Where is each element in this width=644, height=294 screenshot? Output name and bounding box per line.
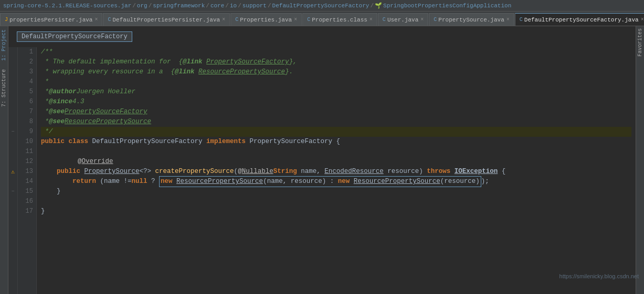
close-tab-dpp[interactable]: × xyxy=(222,17,225,23)
tab-icon-dpp: C xyxy=(108,17,111,23)
breadcrumb-app[interactable]: SpringbootPropertiesConfigApplication xyxy=(383,3,511,9)
gutter-6 xyxy=(8,97,17,107)
gutter-11 xyxy=(8,147,17,157)
tab-default-factory[interactable]: C DefaultPropertySourceFactory.java × xyxy=(515,13,644,26)
tab-properties-persister[interactable]: J propertiesPersister.java × xyxy=(0,13,102,26)
tab-bar: J propertiesPersister.java × C DefaultPr… xyxy=(0,12,644,26)
breadcrumb-springframework[interactable]: springframework xyxy=(153,3,205,9)
tab-icon-ps: C xyxy=(434,17,437,23)
gutter-area: − ⚠ − xyxy=(8,47,18,294)
fold-icon-javadoc: − xyxy=(11,129,14,135)
breadcrumb-jar[interactable]: spring-core-5.2.1.RELEASE-sources.jar xyxy=(3,3,131,9)
gutter-15[interactable]: − xyxy=(8,187,17,197)
left-sidebar: 1: Project 7: Structure xyxy=(0,26,8,294)
line-numbers: 1 2 3 4 5 6 7 8 9 10 11 12 13 14 15 16 1… xyxy=(18,47,37,294)
code-line-15: } xyxy=(41,187,631,197)
code-line-8: * @see ResourcePropertySource xyxy=(41,117,631,127)
sidebar-project[interactable]: 1: Project xyxy=(1,27,7,63)
tab-properties-class[interactable]: C Properties.class × xyxy=(302,13,377,26)
code-line-16 xyxy=(41,197,631,206)
fold-icon-method: − xyxy=(11,189,14,194)
gutter-5 xyxy=(8,87,17,97)
tab-properties-java[interactable]: C Properties.java × xyxy=(230,13,302,26)
breadcrumb-support[interactable]: support xyxy=(242,3,267,9)
class-breadcrumb[interactable]: DefaultPropertySourceFactory xyxy=(17,31,132,42)
code-line-10: public class DefaultPropertySourceFactor… xyxy=(41,137,631,147)
code-line-12: @Override xyxy=(41,157,631,167)
code-line-14: return (name != null ? new ResourcePrope… xyxy=(41,177,631,187)
breadcrumb-app-icon: 🌱 xyxy=(375,2,382,9)
gutter-4 xyxy=(8,77,17,87)
breadcrumb-bar: spring-core-5.2.1.RELEASE-sources.jar / … xyxy=(0,0,644,12)
gutter-8 xyxy=(8,117,17,127)
tab-user-java[interactable]: C User.java × xyxy=(378,13,428,26)
gutter-17 xyxy=(8,206,17,216)
watermark: https://smilenicky.blog.csdn.net xyxy=(559,273,639,279)
tab-icon-pc: C xyxy=(307,17,310,23)
tab-property-source[interactable]: C PropertySource.java × xyxy=(429,13,514,26)
code-line-5: * @author Juergen Hoeller xyxy=(41,87,631,97)
gutter-13: ⚠ xyxy=(8,167,17,177)
close-tab-pj[interactable]: × xyxy=(294,17,297,23)
gutter-16 xyxy=(8,197,17,206)
code-line-17: } xyxy=(41,206,631,216)
code-line-2: * The default implementation for {@link … xyxy=(41,57,631,67)
code-line-1: /** xyxy=(41,47,631,57)
gutter-2 xyxy=(8,57,17,67)
right-side-panel: Favorites xyxy=(636,26,644,294)
breadcrumb-factory[interactable]: DefaultPropertySourceFactory xyxy=(272,3,369,9)
tab-icon-df: C xyxy=(520,17,523,23)
gutter-1 xyxy=(8,47,17,57)
tab-icon-pj: C xyxy=(235,17,238,23)
gutter-12 xyxy=(8,157,17,167)
code-line-11 xyxy=(41,147,631,157)
tab-default-props-persister[interactable]: C DefaultPropertiesPersister.java × xyxy=(103,13,230,26)
code-line-13: public PropertySource<?> createPropertyS… xyxy=(41,167,631,177)
close-tab-pp[interactable]: × xyxy=(94,17,98,23)
main-layout: 1: Project 7: Structure DefaultPropertyS… xyxy=(0,26,644,294)
code-line-4: * xyxy=(41,77,631,87)
tab-icon-pp: J xyxy=(5,17,8,23)
gutter-7 xyxy=(8,107,17,117)
gutter-9[interactable]: − xyxy=(8,127,17,137)
code-line-7: * @see PropertySourceFactory xyxy=(41,107,631,117)
breadcrumb-org[interactable]: org xyxy=(137,3,147,9)
close-tab-uj[interactable]: × xyxy=(420,17,424,23)
gutter-14 xyxy=(8,177,17,187)
code-content[interactable]: /** * The default implementation for {@l… xyxy=(37,47,636,294)
close-tab-pc[interactable]: × xyxy=(369,17,373,23)
close-tab-ps[interactable]: × xyxy=(506,17,510,23)
tooltip-box: new ResourcePropertySource(name, resourc… xyxy=(159,176,481,187)
gutter-10 xyxy=(8,137,17,147)
code-line-9: */ xyxy=(41,127,631,137)
tab-icon-uj: C xyxy=(383,17,386,23)
favorites-label[interactable]: Favorites xyxy=(637,26,643,59)
breadcrumb-io[interactable]: io xyxy=(230,3,237,9)
breadcrumb-core[interactable]: core xyxy=(210,3,224,9)
editor-area: DefaultPropertySourceFactory − xyxy=(8,26,636,294)
gutter-3 xyxy=(8,67,17,77)
warning-icon-13: ⚠ xyxy=(11,168,15,175)
code-line-6: * @since 4.3 xyxy=(41,97,631,107)
code-container[interactable]: − ⚠ − 1 2 3 4 5 6 7 8 9 xyxy=(8,47,636,294)
close-tab-df[interactable]: × xyxy=(641,17,644,23)
code-line-3: * wrapping every resource in a {@link Re… xyxy=(41,67,631,77)
sidebar-structure[interactable]: 7: Structure xyxy=(1,67,7,109)
